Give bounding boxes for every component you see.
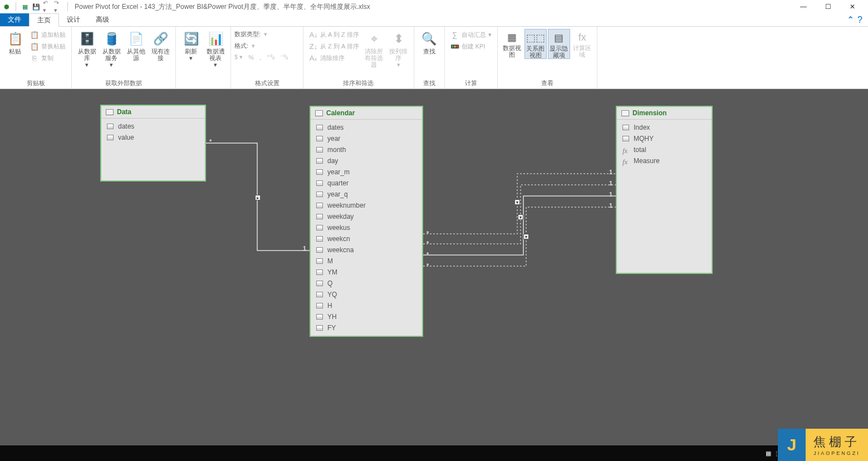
append-paste-button[interactable]: 📋追加粘贴 bbox=[28, 29, 68, 40]
data-view-button[interactable]: ▦数据视图 bbox=[501, 29, 523, 58]
group-clipboard: 📋 粘贴 📋追加粘贴 📋替换粘贴 ⎘复制 剪贴板 bbox=[0, 27, 72, 89]
column-icon bbox=[316, 135, 324, 142]
column-year_m[interactable]: year_m bbox=[311, 166, 422, 178]
clear-filter-button[interactable]: ⌖清除所有筛选器 bbox=[362, 29, 386, 68]
column-yh[interactable]: YH bbox=[311, 311, 422, 322]
autosum-button[interactable]: ∑自动汇总▾ bbox=[448, 29, 494, 40]
column-dates[interactable]: dates bbox=[311, 122, 422, 133]
group-find: 🔍查找 查找 bbox=[414, 27, 445, 89]
column-weekcna[interactable]: weekcna bbox=[311, 244, 422, 256]
column-icon bbox=[316, 180, 324, 187]
relationship-arrow[interactable]: ▸ bbox=[255, 195, 261, 200]
relationship-arrow[interactable]: ▾ bbox=[518, 214, 523, 220]
measure-measure[interactable]: fxMeasure bbox=[617, 155, 712, 166]
pivot-icon: 📊 bbox=[207, 30, 224, 48]
table-icon bbox=[315, 110, 323, 116]
table-icon bbox=[621, 110, 629, 116]
column-icon bbox=[107, 123, 115, 130]
maximize-button[interactable]: ☐ bbox=[821, 2, 835, 12]
minimize-button[interactable]: — bbox=[797, 2, 810, 12]
group-format: 数据类型:▾ 格式:▾ $ ▾%,⁺⁰₀⁻⁰₀ 格式设置 bbox=[231, 27, 303, 89]
find-icon: 🔍 bbox=[420, 30, 438, 48]
cardinality-one: 1 bbox=[303, 245, 306, 252]
watermark: J 焦棚子 JIAOPENGZI bbox=[778, 429, 868, 461]
refresh-button[interactable]: 🔄刷新▾ bbox=[179, 29, 203, 61]
database-icon: 🗄️ bbox=[78, 30, 96, 48]
sort-asc-button[interactable]: A↓从 A 到 Z 排序 bbox=[307, 29, 361, 40]
column-quarter[interactable]: quarter bbox=[311, 178, 422, 189]
replace-paste-button[interactable]: 📋替换粘贴 bbox=[28, 41, 68, 52]
table-calendar[interactable]: Calendar datesyearmonthdayyear_mquartery… bbox=[310, 106, 423, 337]
relationship-arrow[interactable]: ▾ bbox=[523, 234, 529, 239]
table-dimension[interactable]: Dimension IndexMQHYfxtotalfxMeasure bbox=[616, 106, 713, 274]
diagram-view-button[interactable]: ⬚⬚关系图视图 bbox=[524, 29, 547, 59]
ribbon-tabs: 文件 主页 设计 高级 ⌃ ? bbox=[0, 13, 868, 27]
find-button[interactable]: 🔍查找 bbox=[418, 29, 441, 55]
measure-total[interactable]: fxtotal bbox=[617, 144, 712, 155]
from-service-button[interactable]: 🛢️从数据服务▾ bbox=[100, 29, 123, 68]
ribbon-help-icon[interactable]: ? bbox=[857, 15, 862, 25]
filter-clear-icon: ⌖ bbox=[365, 30, 383, 48]
clear-sort-button[interactable]: Aₓ清除排序 bbox=[307, 52, 361, 63]
cardinality-one: 1 bbox=[609, 191, 612, 198]
diagram-canvas[interactable]: * 1 ▸ * * * * 1 1 1 1 ▾ ▾ ▾ Data datesva… bbox=[0, 89, 868, 445]
ribbon-collapse-icon[interactable]: ⌃ bbox=[847, 14, 854, 25]
redo-icon[interactable]: ↷ ▾ bbox=[54, 2, 63, 11]
table-data[interactable]: Data datesvalue bbox=[100, 105, 206, 182]
pivot-button[interactable]: 📊数据透视表▾ bbox=[204, 29, 227, 68]
column-yq[interactable]: YQ bbox=[311, 289, 422, 300]
copy-button[interactable]: ⎘复制 bbox=[28, 52, 68, 63]
sort-desc-button[interactable]: Z↓从 Z 到 A 排序 bbox=[307, 41, 361, 52]
column-mqhy[interactable]: MQHY bbox=[617, 133, 712, 144]
close-button[interactable]: ✕ bbox=[846, 2, 859, 12]
calc-area-icon: fx bbox=[574, 30, 591, 45]
show-hidden-button[interactable]: ▤显示隐藏项 bbox=[548, 29, 570, 59]
column-fy[interactable]: FY bbox=[311, 322, 422, 334]
excel-icon[interactable]: ▦ bbox=[21, 2, 30, 11]
column-year_q[interactable]: year_q bbox=[311, 189, 422, 200]
column-icon bbox=[316, 146, 324, 153]
paste-button[interactable]: 📋 粘贴 bbox=[3, 29, 27, 55]
cardinality-many: * bbox=[209, 138, 212, 145]
column-icon bbox=[316, 202, 324, 209]
column-dates[interactable]: dates bbox=[101, 121, 205, 132]
window-title: Power Pivot for Excel - 143_方法_Power BI&… bbox=[75, 2, 370, 12]
column-ym[interactable]: YM bbox=[311, 267, 422, 278]
from-other-button[interactable]: 📄从其他源 bbox=[124, 29, 148, 61]
column-weekus[interactable]: weekus bbox=[311, 222, 422, 233]
undo-icon[interactable]: ↶ ▾ bbox=[43, 2, 52, 11]
cardinality-many: * bbox=[426, 262, 429, 269]
column-icon bbox=[316, 280, 324, 287]
view-switch-icon[interactable]: ▦ bbox=[766, 450, 771, 457]
from-db-button[interactable]: 🗄️从数据库▾ bbox=[75, 29, 99, 68]
column-weekday[interactable]: weekday bbox=[311, 211, 422, 222]
relationship-arrow[interactable]: ▾ bbox=[514, 199, 520, 205]
tab-design[interactable]: 设计 bbox=[59, 13, 88, 26]
save-icon[interactable]: 💾 bbox=[32, 2, 41, 11]
column-year[interactable]: year bbox=[311, 133, 422, 144]
column-day[interactable]: day bbox=[311, 155, 422, 166]
column-weekcn[interactable]: weekcn bbox=[311, 233, 422, 244]
kpi-button[interactable]: 🚥创建 KPI bbox=[448, 41, 494, 52]
window-controls: — ☐ ✕ bbox=[797, 2, 866, 12]
column-index[interactable]: Index bbox=[617, 122, 712, 133]
tab-home[interactable]: 主页 bbox=[29, 13, 59, 27]
tab-file[interactable]: 文件 bbox=[0, 13, 29, 26]
column-h[interactable]: H bbox=[311, 300, 422, 311]
cardinality-many: * bbox=[426, 230, 429, 237]
tab-advanced[interactable]: 高级 bbox=[88, 13, 117, 26]
column-value[interactable]: value bbox=[101, 132, 205, 143]
group-label-clipboard: 剪贴板 bbox=[3, 78, 68, 89]
sort-by-column-button[interactable]: ⬍按列排序▾ bbox=[387, 29, 410, 68]
column-icon bbox=[316, 258, 324, 264]
existing-conn-button[interactable]: 🔗现有连接 bbox=[149, 29, 172, 61]
service-icon: 🛢️ bbox=[102, 30, 120, 48]
column-m[interactable]: M bbox=[311, 256, 422, 267]
calc-area-button[interactable]: fx计算区域 bbox=[571, 29, 594, 58]
diagram-view-icon: ⬚⬚ bbox=[527, 31, 544, 45]
show-hidden-icon: ▤ bbox=[551, 31, 567, 45]
column-month[interactable]: month bbox=[311, 144, 422, 155]
column-weeknumber[interactable]: weeknumber bbox=[311, 200, 422, 211]
group-getdata: 🗄️从数据库▾ 🛢️从数据服务▾ 📄从其他源 🔗现有连接 获取外部数据 bbox=[72, 27, 176, 89]
column-q[interactable]: Q bbox=[311, 278, 422, 289]
